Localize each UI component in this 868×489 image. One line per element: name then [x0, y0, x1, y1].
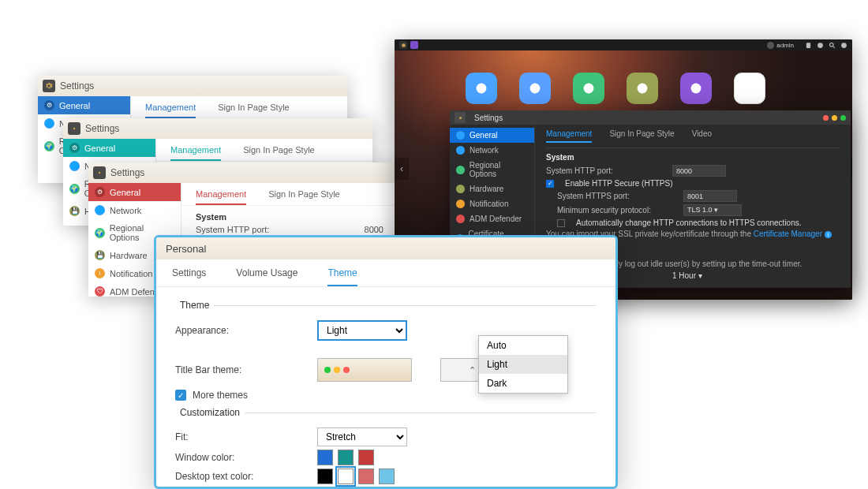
settings-tabs: Management Sign In Page Style Video	[546, 125, 840, 148]
titlebar[interactable]: Settings	[63, 118, 372, 139]
settings-icon	[68, 122, 80, 135]
dock-app[interactable]	[573, 73, 604, 104]
notification-icon[interactable]	[840, 42, 847, 49]
window-color-swatches	[317, 450, 374, 465]
svg-point-8	[477, 84, 487, 94]
color-swatch[interactable]	[338, 468, 354, 484]
titlebar-preview-mac[interactable]	[317, 358, 412, 382]
color-swatch[interactable]	[338, 450, 354, 465]
settings-tabs: Management Sign In Page Style	[131, 96, 347, 119]
svg-point-9	[530, 84, 541, 94]
titlebar[interactable]: Settings	[450, 110, 851, 125]
app-shortcut-icon[interactable]	[410, 41, 418, 49]
svg-point-7	[841, 43, 847, 48]
color-swatch[interactable]	[379, 468, 395, 484]
tab-settings[interactable]: Settings	[172, 267, 206, 286]
titlebar[interactable]: Settings	[38, 76, 347, 96]
dock-app[interactable]	[519, 73, 551, 104]
fit-select[interactable]: Stretch	[317, 427, 407, 446]
svg-point-1	[99, 172, 101, 174]
clipboard-icon[interactable]	[805, 42, 812, 49]
color-swatch[interactable]	[317, 468, 333, 484]
dock-app[interactable]	[466, 73, 497, 104]
tab-signin[interactable]: Sign In Page Style	[609, 129, 674, 143]
close-icon[interactable]	[823, 115, 829, 121]
sidebar-item[interactable]: Hardware	[450, 181, 534, 196]
dock-app[interactable]	[627, 73, 658, 104]
appearance-option[interactable]: Dark	[479, 374, 567, 393]
user-menu[interactable]: admin	[767, 42, 794, 49]
personal-tabs: Settings Volume Usage Theme	[156, 259, 615, 287]
titlebar-label: Title Bar theme:	[175, 364, 317, 375]
svg-point-10	[584, 84, 594, 94]
auto-https-checkbox[interactable]	[557, 219, 565, 227]
desktop-topbar: admin	[395, 39, 852, 50]
tab-signin[interactable]: Sign In Page Style	[268, 189, 340, 205]
titlebar[interactable]: Settings	[88, 162, 398, 183]
http-port-input[interactable]	[672, 165, 726, 177]
svg-point-15	[746, 90, 750, 95]
svg-point-12	[691, 84, 702, 94]
tab-theme[interactable]: Theme	[327, 267, 357, 286]
svg-rect-3	[806, 43, 810, 48]
launcher-icon[interactable]	[399, 41, 407, 49]
cert-manager-link[interactable]: Certificate Manager	[754, 230, 822, 238]
sidebar-item[interactable]: ADM Defender	[450, 211, 534, 226]
tab-volume[interactable]: Volume Usage	[236, 267, 297, 286]
svg-point-2	[402, 43, 406, 47]
color-swatch[interactable]	[358, 450, 374, 465]
appearance-option[interactable]: Auto	[479, 336, 567, 355]
svg-point-5	[830, 43, 834, 47]
color-swatch[interactable]	[317, 450, 333, 465]
window-controls[interactable]	[823, 115, 846, 121]
tab-signin[interactable]: Sign In Page Style	[218, 103, 290, 118]
sidebar-item-general[interactable]: ⚙General	[63, 139, 155, 157]
sidebar-item[interactable]: General	[450, 128, 534, 143]
tab-management[interactable]: Management	[145, 103, 196, 118]
color-swatch[interactable]	[358, 468, 374, 484]
settings-icon	[455, 112, 466, 123]
autologout-select[interactable]: 1 Hour ▾	[672, 271, 702, 280]
sidebar-item-network[interactable]: 🌐Network	[88, 201, 181, 219]
https-port-input[interactable]	[683, 190, 737, 202]
settings-icon	[43, 80, 55, 92]
dock-app[interactable]	[734, 73, 765, 104]
info-icon[interactable]: i	[825, 231, 832, 238]
svg-point-11	[638, 84, 648, 94]
more-themes-checkbox[interactable]: ✓	[175, 390, 186, 401]
fit-label: Fit:	[175, 431, 317, 442]
tab-management[interactable]: Management	[170, 145, 221, 161]
svg-line-6	[833, 46, 835, 47]
section-system: System	[546, 153, 840, 162]
clock-icon[interactable]	[817, 42, 824, 49]
minimize-icon[interactable]	[832, 115, 837, 121]
tab-video[interactable]: Video	[692, 129, 712, 143]
settings-icon	[93, 166, 106, 179]
avatar-icon	[767, 42, 774, 49]
sidebar-item[interactable]: Notification	[450, 196, 534, 211]
sidebar-item[interactable]: Regional Options	[450, 158, 534, 181]
appearance-select[interactable]: Light	[317, 320, 407, 341]
appearance-option[interactable]: Light	[479, 355, 567, 374]
min-proto-select[interactable]: TLS 1.0 ▾	[683, 204, 742, 216]
desktop-text-swatches	[317, 468, 395, 484]
sidebar-item-general[interactable]: ⚙General	[38, 96, 130, 114]
caret-up-icon: ⌃	[469, 365, 476, 375]
tab-management[interactable]: Management	[546, 129, 592, 143]
maximize-icon[interactable]	[840, 115, 846, 121]
dock-app[interactable]	[680, 73, 712, 104]
https-checkbox[interactable]: ✓	[546, 180, 554, 188]
desktop-dock	[466, 73, 765, 104]
sidebar-item-general[interactable]: ⚙General	[88, 183, 181, 201]
more-themes-label: More themes	[193, 390, 248, 401]
tab-management[interactable]: Management	[196, 189, 246, 205]
desktop-text-label: Desktop text color:	[175, 471, 317, 482]
sidebar-item[interactable]: Network	[450, 143, 534, 158]
window-color-label: Window color:	[175, 452, 317, 463]
titlebar[interactable]: Personal	[156, 237, 615, 259]
desktop-prev[interactable]: ‹	[395, 158, 409, 180]
search-icon[interactable]	[829, 42, 836, 49]
appearance-label: Appearance:	[175, 325, 317, 336]
tab-signin[interactable]: Sign In Page Style	[243, 145, 315, 161]
svg-point-16	[459, 117, 462, 119]
